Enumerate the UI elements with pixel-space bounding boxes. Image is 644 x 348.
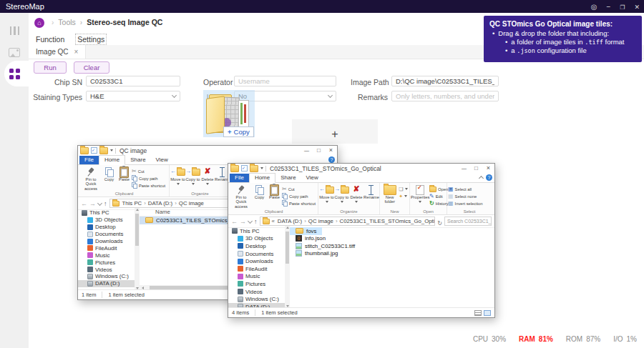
tree-item[interactable]: 3D Objects — [78, 217, 140, 224]
tree-item[interactable]: Documents — [228, 250, 290, 258]
address-segment[interactable]: QC image — [172, 200, 204, 207]
rib​bon-tab[interactable]: View — [301, 174, 323, 182]
move-to-button[interactable]: Move to — [170, 166, 185, 187]
pin-to-quick-access-button[interactable]: Pin to Quick access — [230, 184, 252, 209]
tree-item[interactable]: Pictures — [228, 280, 290, 288]
pin-to-quick-access-button[interactable]: Pin to Quick access — [80, 166, 102, 191]
copy-to-button[interactable]: Copy to — [334, 184, 349, 204]
properties-button[interactable]: Properties — [411, 184, 429, 204]
details-view-icon[interactable] — [474, 310, 482, 316]
close-button[interactable] — [482, 164, 494, 173]
staining-types-select[interactable]: H&E — [86, 91, 180, 101]
tree-item[interactable]: Windows (C:) — [228, 295, 290, 303]
ribbon-collapse-icon[interactable] — [479, 176, 484, 181]
back-icon[interactable] — [231, 218, 238, 225]
rib​bon-tab[interactable]: File — [230, 174, 249, 182]
ribbon-tab[interactable]: View — [151, 156, 173, 164]
clear-button[interactable]: Clear — [74, 61, 109, 74]
cut-button[interactable]: Cut — [282, 186, 316, 192]
history-button[interactable]: History — [429, 200, 447, 207]
thumbnail-view-icon[interactable] — [484, 310, 491, 316]
tab-image-qc[interactable]: Image QC — [29, 45, 86, 59]
rename-button[interactable]: Rename — [364, 184, 379, 199]
sidebar-item-image-viewer[interactable] — [0, 41, 29, 63]
chip-sn-input[interactable] — [86, 76, 180, 86]
remarks-input[interactable] — [391, 91, 499, 101]
back-icon[interactable] — [81, 200, 87, 207]
invert-selection-button[interactable]: Invert selection — [448, 200, 489, 207]
delete-button[interactable]: Delete — [200, 166, 215, 187]
edit-button[interactable]: Edit — [429, 193, 447, 199]
delete-button[interactable]: Delete — [349, 184, 364, 204]
tree-item[interactable]: Downloads — [78, 238, 140, 245]
copy-to-button[interactable]: Copy to — [185, 166, 200, 187]
tree-item[interactable]: Pictures — [78, 259, 140, 266]
tree-item[interactable]: Music — [228, 273, 290, 281]
tree-item[interactable]: This PC — [78, 209, 140, 217]
tree-scrollbar[interactable] — [135, 208, 140, 290]
rib​bon-tab[interactable]: Share — [275, 174, 301, 182]
cut-button[interactable]: Cut — [132, 168, 167, 174]
tree-item[interactable]: 3D Objects — [228, 235, 290, 243]
close-button[interactable] — [634, 3, 640, 11]
breadcrumb-item[interactable]: Tools — [47, 18, 76, 26]
tree-item[interactable]: DATA (D:) — [78, 280, 140, 287]
menu-item[interactable]: Settings — [76, 34, 106, 44]
new-folder-button[interactable]: New folder — [381, 184, 399, 204]
minimize-button[interactable] — [458, 164, 470, 173]
run-button[interactable]: Run — [34, 61, 67, 74]
ribbon-tab[interactable]: Share — [125, 156, 150, 164]
quick-access-check-icon[interactable] — [241, 165, 248, 171]
open-button[interactable]: Open — [429, 186, 447, 192]
history-chevron-icon[interactable] — [248, 219, 253, 224]
minimize-button[interactable] — [301, 146, 313, 155]
new-item-button[interactable] — [399, 186, 409, 192]
sidebar-item-tools-grid[interactable] — [0, 63, 29, 84]
select-all-button[interactable]: Select all — [448, 186, 489, 192]
move-to-button[interactable]: Move to — [319, 184, 334, 204]
tree-item[interactable]: Windows (C:) — [78, 273, 140, 280]
up-icon[interactable] — [104, 200, 107, 207]
up-icon[interactable] — [254, 218, 258, 225]
menu-item[interactable]: Function — [34, 34, 66, 44]
paste-button[interactable]: Paste — [267, 184, 282, 199]
breadcrumb-item[interactable]: Stereo-seq Image QC — [76, 18, 163, 26]
help-icon[interactable] — [486, 174, 492, 181]
easy-access-button[interactable] — [399, 193, 409, 199]
copy-path-button[interactable]: Copy path — [132, 175, 167, 182]
tree-scrollbar[interactable] — [285, 226, 290, 308]
close-icon[interactable] — [74, 48, 79, 56]
maximize-button[interactable] — [313, 146, 325, 155]
tree-item[interactable]: Desktop — [78, 224, 140, 231]
ribbon-tab[interactable]: Home — [99, 155, 125, 165]
qat-dropdown-icon[interactable] — [110, 149, 113, 151]
copy-button[interactable]: Copy — [252, 184, 267, 199]
forward-icon[interactable] — [89, 200, 96, 207]
search-box[interactable]: Search C02533C1_TILE... — [444, 217, 492, 226]
address-segment[interactable]: This PC — [121, 200, 142, 207]
tree-item[interactable]: Desktop — [228, 242, 290, 250]
copy-path-button[interactable]: Copy path — [282, 193, 316, 199]
home-icon[interactable] — [34, 18, 44, 28]
tree-item[interactable]: Videos — [78, 266, 140, 273]
tree-item[interactable]: This PC — [228, 227, 290, 235]
sidebar-item-lanes[interactable] — [0, 20, 29, 41]
close-button[interactable] — [325, 146, 337, 155]
file-row[interactable]: fovs — [290, 227, 322, 235]
explorer-titlebar[interactable]: C02533C1_TILES_STOmics_Go_Optical — [228, 164, 494, 173]
address-segment[interactable]: QC image — [302, 218, 333, 224]
rib​bon-tab[interactable]: Home — [249, 173, 275, 183]
file-row[interactable]: thumbnail.jpg — [290, 250, 343, 258]
restore-button[interactable] — [620, 3, 625, 11]
operator-input[interactable] — [234, 76, 336, 86]
address-box[interactable]: « DATA (D:)QC imageC02533C1_TILES_STOmic… — [260, 217, 436, 226]
tree-item[interactable]: Videos — [228, 288, 290, 296]
explorer-titlebar[interactable]: QC image — [78, 146, 337, 155]
image-path-input[interactable] — [391, 76, 499, 86]
address-segment[interactable]: DATA (D:) — [142, 200, 172, 207]
gear-icon[interactable] — [591, 3, 597, 11]
ribbon-tab[interactable]: File — [79, 156, 99, 164]
tree-item[interactable]: FileAudit — [78, 244, 140, 252]
paste-button[interactable]: Paste — [117, 166, 132, 182]
qat-dropdown-icon[interactable] — [260, 167, 263, 169]
